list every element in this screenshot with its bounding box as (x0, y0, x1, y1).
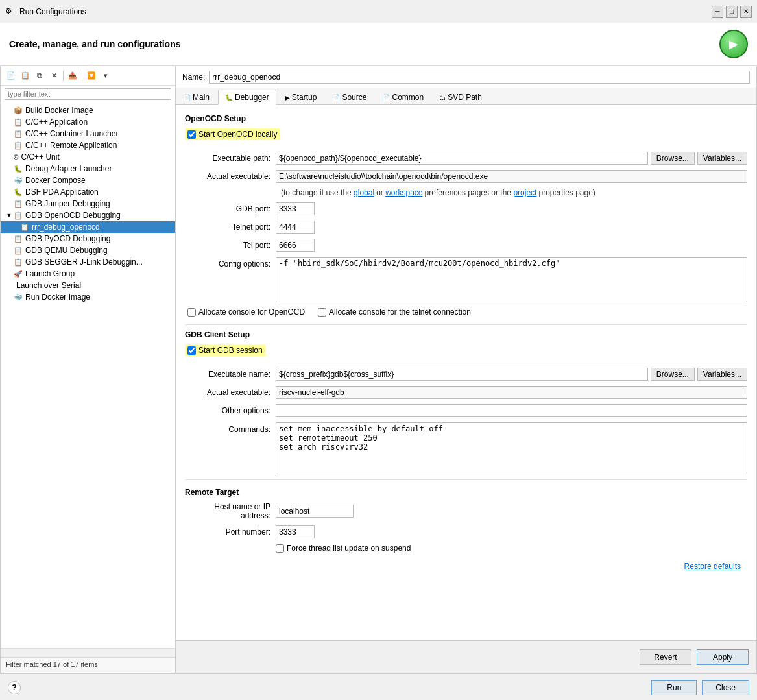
sidebar-item-run-docker[interactable]: 🐳 Run Docker Image (1, 291, 175, 303)
title-bar: ⚙ Run Configurations ─ □ ✕ (0, 0, 757, 23)
duplicate-button[interactable]: ⧉ (33, 69, 46, 82)
sidebar-item-build-docker-image[interactable]: 📦 Build Docker Image (1, 104, 175, 116)
config-options-row: Config options: -f "hbird_sdk/SoC/hbirdv… (185, 257, 747, 302)
project-link[interactable]: project (513, 188, 536, 197)
new-launch-button[interactable]: 📋 (19, 69, 32, 82)
help-button[interactable]: ? (8, 681, 21, 694)
executable-name-input[interactable] (276, 368, 648, 381)
gdb-segger-icon: 📋 (14, 258, 23, 267)
commands-textarea[interactable]: set mem inaccessible-by-default off set … (276, 422, 747, 474)
app-icon: ⚙ (5, 6, 16, 17)
global-link[interactable]: global (354, 188, 374, 197)
delete-button[interactable]: ✕ (47, 69, 60, 82)
host-input[interactable] (276, 505, 354, 518)
force-thread-checkbox[interactable] (276, 544, 284, 553)
executable-variables-button[interactable]: Variables... (697, 152, 747, 165)
docker-compose-icon: 🐳 (14, 176, 23, 185)
sidebar-item-cpp-unit[interactable]: © C/C++ Unit (1, 151, 175, 163)
expand-button[interactable]: ▾ (99, 69, 112, 82)
start-openocd-label: Start OpenOCD locally (198, 130, 277, 139)
filter-input[interactable] (5, 88, 171, 100)
executable-path-input[interactable] (276, 152, 648, 165)
start-openocd-checkbox-label[interactable]: Start OpenOCD locally (185, 128, 280, 140)
telnet-port-input[interactable] (276, 221, 315, 234)
allocate-telnet-checkbox[interactable] (318, 308, 326, 317)
actual-executable-value: E:\software\nucleistudio\\toolchain\open… (276, 170, 747, 183)
name-input[interactable] (209, 71, 750, 84)
actual-gdb-value: riscv-nuclei-elf-gdb (276, 386, 747, 399)
apply-button[interactable]: Apply (697, 649, 749, 665)
gdb-variables-button[interactable]: Variables... (697, 368, 747, 381)
sidebar-item-docker-compose[interactable]: 🐳 Docker Compose (1, 175, 175, 186)
sidebar-item-rrr-debug[interactable]: 📋 rrr_debug_openocd (1, 221, 175, 233)
start-gdb-checkbox-label[interactable]: Start GDB session (185, 344, 265, 356)
main-layout: 📄 📋 ⧉ ✕ 📤 🔽 ▾ 📦 Build Docker Image 📋 (0, 66, 757, 673)
port-input[interactable] (276, 525, 315, 538)
export-button[interactable]: 📤 (66, 69, 79, 82)
main-tab-icon: 📄 (183, 94, 191, 101)
sidebar-item-launch-group[interactable]: 🚀 Launch Group (1, 268, 175, 280)
gdb-qemu-icon: 📋 (14, 247, 23, 255)
debug-adapter-icon: 🐛 (14, 165, 23, 173)
allocate-openocd-checkbox[interactable] (187, 308, 196, 317)
actual-executable-label: Actual executable: (185, 172, 276, 181)
filter-button[interactable]: 🔽 (85, 69, 98, 82)
gdb-port-input[interactable] (276, 202, 315, 215)
minimize-button[interactable]: ─ (712, 6, 723, 18)
rrr-debug-icon: 📋 (20, 223, 29, 232)
config-options-textarea[interactable]: -f "hbird_sdk/SoC/hbirdv2/Board/mcu200t/… (276, 257, 747, 302)
tcl-port-input[interactable] (276, 239, 315, 252)
executable-browse-button[interactable]: Browse... (651, 152, 695, 165)
start-gdb-row: Start GDB session (185, 344, 747, 363)
divider-2 (185, 479, 747, 480)
run-button[interactable]: ▶ (719, 30, 748, 58)
actual-executable-row: Actual executable: E:\software\nucleistu… (185, 170, 747, 183)
start-gdb-checkbox[interactable] (187, 346, 196, 355)
header: Create, manage, and run configurations ▶ (0, 23, 757, 66)
sidebar-item-cpp-container[interactable]: 📋 C/C++ Container Launcher (1, 128, 175, 139)
debugger-tab-icon: 🐛 (225, 94, 233, 101)
sidebar-item-gdb-jumper[interactable]: 📋 GDB Jumper Debugging (1, 198, 175, 210)
gdb-port-row: GDB port: (185, 202, 747, 215)
tab-svd-path[interactable]: 🗂 SVD Path (432, 90, 489, 104)
config-wrapper: -f "hbird_sdk/SoC/hbirdv2/Board/mcu200t/… (276, 257, 747, 302)
sidebar-item-gdb-qemu[interactable]: 📋 GDB QEMU Debugging (1, 245, 175, 256)
sidebar-item-dsf-pda[interactable]: 🐛 DSF PDA Application (1, 186, 175, 198)
cpp-remote-icon: 📋 (14, 141, 23, 150)
sidebar-item-cpp-remote[interactable]: 📋 C/C++ Remote Application (1, 139, 175, 151)
footer-buttons: Run Close (651, 680, 749, 695)
workspace-link[interactable]: workspace (385, 188, 422, 197)
close-footer-button[interactable]: Close (702, 680, 749, 695)
sidebar-item-gdb-pyocd[interactable]: 📋 GDB PyOCD Debugging (1, 233, 175, 245)
sidebar-scrollbar[interactable] (1, 648, 175, 657)
launch-group-icon: 🚀 (14, 270, 23, 278)
tab-source[interactable]: 📄 Source (325, 90, 374, 104)
sidebar-item-gdb-segger[interactable]: 📋 GDB SEGGER J-Link Debuggin... (1, 256, 175, 268)
actual-gdb-row: Actual executable: riscv-nuclei-elf-gdb (185, 386, 747, 399)
allocate-telnet-label: Allocate console for the telnet connecti… (329, 308, 471, 317)
other-options-input[interactable] (276, 404, 747, 417)
gdb-browse-button[interactable]: Browse... (651, 368, 695, 381)
sidebar-item-debug-adapter[interactable]: 🐛 Debug Adapter Launcher (1, 163, 175, 175)
revert-button[interactable]: Revert (640, 649, 691, 665)
executable-path-label: Executable path: (185, 154, 276, 163)
tab-startup[interactable]: ▶ Startup (278, 90, 324, 104)
new-config-button[interactable]: 📄 (5, 69, 18, 82)
sidebar-item-cpp-application[interactable]: 📋 C/C++ Application (1, 116, 175, 128)
start-openocd-checkbox[interactable] (187, 130, 196, 139)
run-footer-button[interactable]: Run (651, 680, 697, 695)
maximize-button[interactable]: □ (726, 6, 738, 18)
cpp-container-icon: 📋 (14, 130, 23, 138)
close-button[interactable]: ✕ (740, 6, 752, 18)
sidebar-item-launch-serial[interactable]: Launch over Serial (1, 280, 175, 291)
tab-common[interactable]: 📄 Common (375, 90, 431, 104)
tab-main[interactable]: 📄 Main (176, 90, 217, 104)
openocd-setup-header: OpenOCD Setup (185, 114, 747, 123)
tab-debugger[interactable]: 🐛 Debugger (218, 90, 276, 105)
commands-row: Commands: set mem inaccessible-by-defaul… (185, 422, 747, 474)
common-tab-icon: 📄 (382, 94, 390, 101)
sidebar-item-gdb-openocd[interactable]: ▼ 📋 GDB OpenOCD Debugging (1, 210, 175, 221)
restore-defaults-button[interactable]: Restore defaults (684, 562, 741, 571)
toolbar-separator-2 (82, 71, 82, 81)
console-checkboxes: Allocate console for OpenOCD Allocate co… (187, 308, 747, 317)
